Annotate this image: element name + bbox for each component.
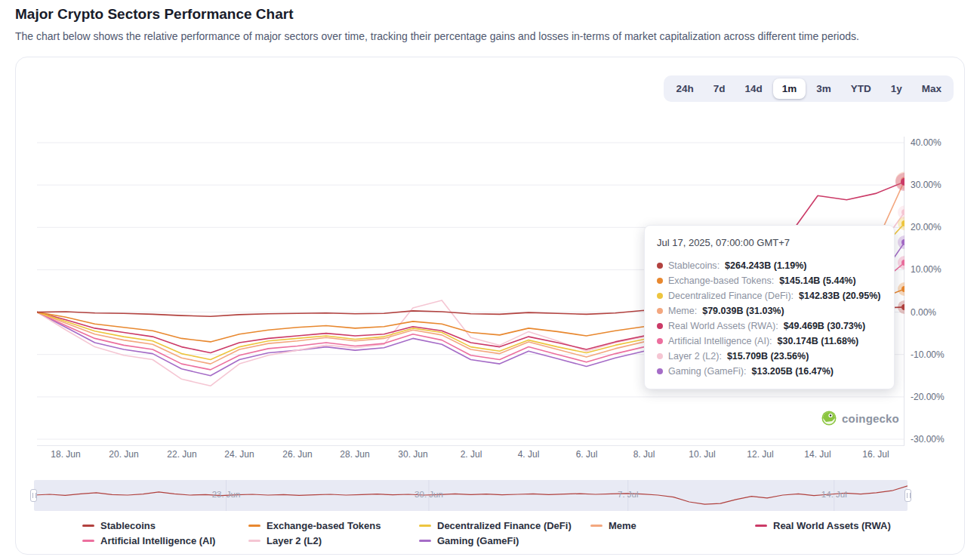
x-tick-label: 22. Jun <box>167 449 196 460</box>
tooltip-series-label: Exchange-based Tokens <box>668 273 774 288</box>
y-tick-label: -30.00% <box>911 434 945 445</box>
legend-label: Gaming (GameFi) <box>437 535 519 546</box>
y-tick-label: 0.00% <box>911 307 936 318</box>
legend-label: Artificial Intelligence (AI) <box>100 535 215 546</box>
x-tick-label: 30. Jun <box>398 449 427 460</box>
legend-label: Layer 2 (L2) <box>267 535 322 546</box>
tooltip-series-label: Artificial Intelligence (AI) <box>668 334 772 349</box>
tooltip-row: Stablecoins$264.243B (1.19%) <box>657 258 882 273</box>
x-tick-label: 14. Jul <box>804 449 831 460</box>
legend-marker-icon <box>82 525 94 527</box>
range-button-1y[interactable]: 1y <box>882 78 911 99</box>
series-dot-icon <box>657 323 663 329</box>
tooltip-series-label: Meme <box>668 303 697 318</box>
tooltip-title: Jul 17, 2025, 07:00:00 GMT+7 <box>657 237 882 248</box>
legend-item-exchange-based-tokens[interactable]: Exchange-based Tokens <box>248 519 419 532</box>
tooltip-series-value: $30.174B (11.68%) <box>778 334 859 349</box>
x-tick-label: 16. Jul <box>862 449 889 460</box>
coingecko-watermark[interactable]: coingecko <box>821 411 899 426</box>
x-tick-label: 2. Jul <box>461 449 482 460</box>
x-tick-label: 20. Jun <box>109 449 138 460</box>
legend-marker-icon <box>248 540 260 542</box>
range-button-YTD[interactable]: YTD <box>842 78 880 99</box>
tooltip-series-value: $49.469B (30.73%) <box>784 318 865 334</box>
legend-item-meme[interactable]: Meme <box>590 519 755 532</box>
x-tick-label: 18. Jun <box>51 449 80 460</box>
y-tick-label: 30.00% <box>911 180 941 190</box>
series-dot-icon <box>657 368 663 374</box>
navigator-handle-right[interactable] <box>904 489 911 502</box>
y-tick-label: 20.00% <box>911 222 941 232</box>
tooltip-series-value: $79.039B (31.03%) <box>702 303 784 318</box>
series-dot-icon <box>657 353 663 359</box>
tooltip-series-label: Decentralized Finance (DeFi) <box>668 288 794 303</box>
tooltip-series-value: $264.243B (1.19%) <box>725 258 806 273</box>
y-tick-label: -20.00% <box>911 392 945 402</box>
navigator-label: 23. Jun <box>212 490 241 499</box>
tooltip-row: Layer 2 (L2)$15.709B (23.56%) <box>657 349 882 364</box>
series-dot-icon <box>657 263 663 269</box>
range-button-14d[interactable]: 14d <box>735 78 771 99</box>
range-selector: 24h7d14d1m3mYTD1yMax <box>664 75 954 102</box>
navigator-label: 7. Jul <box>618 490 639 499</box>
range-button-Max[interactable]: Max <box>913 78 951 99</box>
navigator-handle-left[interactable] <box>30 489 37 502</box>
legend-item-artificial-intelligence-ai[interactable]: Artificial Intelligence (AI) <box>82 534 248 547</box>
x-tick-label: 26. Jun <box>282 449 312 460</box>
range-button-24h[interactable]: 24h <box>667 78 702 99</box>
tooltip-series-value: $142.83B (20.95%) <box>799 288 880 303</box>
legend-item-real-world-assets-rwa[interactable]: Real World Assets (RWA) <box>755 519 891 532</box>
tooltip-series-value: $15.709B (23.56%) <box>727 349 809 364</box>
legend-label: Real World Assets (RWA) <box>773 520 891 531</box>
legend-item-layer-2-l2[interactable]: Layer 2 (L2) <box>248 534 419 547</box>
tooltip-series-label: Layer 2 (L2) <box>668 349 722 364</box>
x-tick-label: 4. Jul <box>518 449 540 460</box>
page-title: Major Crypto Sectors Performance Chart <box>15 6 294 23</box>
tooltip-row: Decentralized Finance (DeFi)$142.83B (20… <box>657 288 882 303</box>
navigator-svg[interactable] <box>34 480 908 511</box>
legend-marker-icon <box>755 525 767 527</box>
x-tick-label: 12. Jul <box>747 449 773 460</box>
x-tick-label: 10. Jul <box>689 449 715 460</box>
page-subtitle: The chart below shows the relative perfo… <box>15 30 859 42</box>
y-tick-label: 40.00% <box>911 137 941 148</box>
series-dot-icon <box>657 293 663 299</box>
range-button-1m[interactable]: 1m <box>773 78 806 99</box>
tooltip-row: Exchange-based Tokens$145.14B (5.44%) <box>657 273 882 288</box>
legend-label: Meme <box>609 520 636 531</box>
legend-item-gaming-gamefi[interactable]: Gaming (GameFi) <box>419 534 590 547</box>
y-tick-label: 10.00% <box>911 264 941 275</box>
legend-marker-icon <box>419 525 431 527</box>
x-axis: 18. Jun20. Jun22. Jun24. Jun26. Jun28. J… <box>37 449 904 461</box>
legend-label: Stablecoins <box>100 520 156 531</box>
range-button-3m[interactable]: 3m <box>807 78 840 99</box>
y-tick-label: -10.00% <box>911 349 945 360</box>
chart-tooltip: Jul 17, 2025, 07:00:00 GMT+7 Stablecoins… <box>644 225 895 389</box>
x-tick-label: 24. Jun <box>224 449 254 460</box>
x-tick-label: 28. Jun <box>340 449 369 460</box>
legend-label: Decentralized Finance (DeFi) <box>437 520 572 531</box>
x-tick-label: 8. Jul <box>633 449 655 460</box>
chart-card: 24h7d14d1m3mYTD1yMax 40.00%30.00%20.00%1… <box>15 57 965 555</box>
legend-marker-icon <box>82 540 94 542</box>
legend-item-decentralized-finance-defi[interactable]: Decentralized Finance (DeFi) <box>419 519 590 532</box>
tooltip-row: Gaming (GameFi)$13.205B (16.47%) <box>657 364 882 379</box>
legend: StablecoinsExchange-based TokensDecentra… <box>82 519 891 547</box>
legend-marker-icon <box>590 525 602 527</box>
series-dot-icon <box>657 278 663 284</box>
series-dot-icon <box>657 338 663 344</box>
legend-item-stablecoins[interactable]: Stablecoins <box>82 519 248 532</box>
tooltip-series-label: Gaming (GameFi) <box>668 364 747 379</box>
coingecko-logo-icon <box>821 411 837 426</box>
legend-label: Exchange-based Tokens <box>267 520 381 531</box>
x-tick-label: 6. Jul <box>576 449 598 460</box>
tooltip-series-label: Real World Assets (RWA) <box>668 318 778 334</box>
tooltip-rows: Stablecoins$264.243B (1.19%)Exchange-bas… <box>657 258 882 379</box>
tooltip-series-value: $145.14B (5.44%) <box>779 273 855 288</box>
tooltip-row: Meme$79.039B (31.03%) <box>657 303 882 318</box>
tooltip-series-value: $13.205B (16.47%) <box>752 364 834 379</box>
navigator[interactable]: 23. Jun30. Jun7. Jul14. Jul <box>34 480 908 511</box>
tooltip-row: Artificial Intelligence (AI)$30.174B (11… <box>657 334 882 349</box>
legend-marker-icon <box>419 540 431 542</box>
range-button-7d[interactable]: 7d <box>704 78 735 99</box>
